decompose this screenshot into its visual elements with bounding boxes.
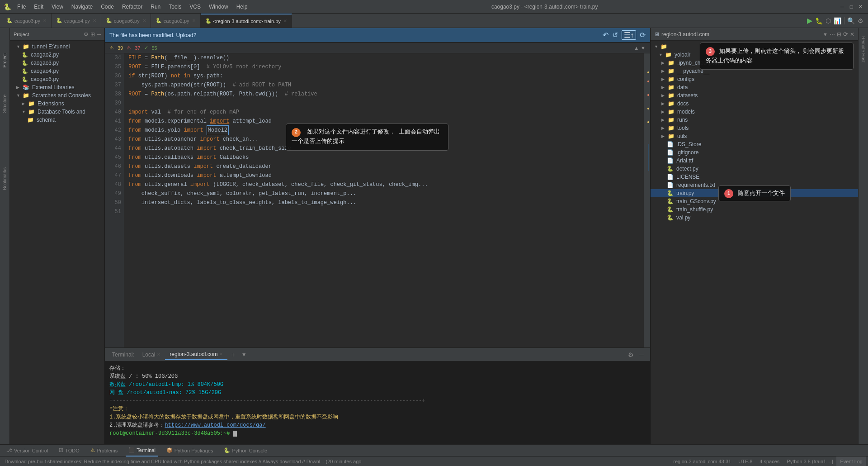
bottom-toolbar: ⎇ Version Control ☑ TODO ⚠ Problems ⬛ Te… <box>0 444 868 456</box>
tree-item-caogao3[interactable]: 🐍 caogao3.py <box>10 59 104 67</box>
structure-panel-label[interactable]: Structure <box>1 92 8 116</box>
sync-icon[interactable]: ⟳ <box>640 31 646 39</box>
rtree-runs[interactable]: ▶ 📁 runs <box>651 116 858 124</box>
terminal-more-button[interactable]: ▼ <box>239 350 250 360</box>
menu-tools[interactable]: Tools <box>165 3 185 11</box>
python-packages-button[interactable]: 📦 Python Packages <box>164 445 216 456</box>
project-gear-icon[interactable]: ⚙ <box>84 31 89 38</box>
tab-close-caogao3[interactable]: ✕ <box>43 18 47 23</box>
menu-edit[interactable]: Edit <box>30 3 47 11</box>
problems-button[interactable]: ⚠ Problems <box>88 445 120 456</box>
menu-run[interactable]: Run <box>147 3 164 11</box>
bookmarks-panel-label[interactable]: Bookmarks <box>1 165 8 193</box>
status-eventlog[interactable]: Event Log <box>836 456 866 466</box>
tab-close-caogao2[interactable]: ✕ <box>192 18 196 23</box>
tab-local-close[interactable]: ✕ <box>157 352 160 357</box>
tree-item-tunnel[interactable]: ▼ 📁 tunnel E:\tunnel <box>10 43 104 51</box>
search-icon-toolbar[interactable]: 🔍 <box>847 17 855 24</box>
status-indent[interactable]: 4 spaces <box>756 456 783 466</box>
rtree-datasets[interactable]: ▶ 📁 datasets <box>651 91 858 100</box>
upload-icon[interactable]: ☰↑ <box>622 30 636 40</box>
rtree-utils[interactable]: ▶ 📁 utils <box>651 132 858 140</box>
debug-button[interactable]: 🐛 <box>815 17 823 24</box>
terminal-button[interactable]: ⬛ Terminal <box>126 445 158 456</box>
tree-item-extensions[interactable]: ▶ 📁 Extensions <box>10 100 104 108</box>
remote-more-icon[interactable]: ⋯ <box>830 31 835 38</box>
tab-remote-terminal[interactable]: region-3.autodl.com ✕ <box>165 349 227 360</box>
rtree-ds-store[interactable]: 📄 .DS_Store <box>651 140 858 148</box>
tree-item-caogao6[interactable]: 🐍 caogao6.py <box>10 75 104 83</box>
nav-up-icon[interactable]: ▲ <box>634 45 639 51</box>
menu-view[interactable]: View <box>48 3 67 11</box>
menu-file[interactable]: File <box>14 3 29 11</box>
rtree-tools[interactable]: ▶ 📁 tools <box>651 124 858 132</box>
maximize-button[interactable]: □ <box>847 3 855 11</box>
todo-button[interactable]: ☑ TODO <box>56 445 82 456</box>
project-panel-label[interactable]: Project <box>1 51 8 70</box>
tab-caogao2[interactable]: 🐍 caogao2.py ✕ <box>151 14 201 28</box>
terminal-minimize-icon[interactable]: ─ <box>637 351 646 358</box>
rtree-train-shuffle[interactable]: 🐍 train_shuffle.py <box>651 205 858 214</box>
status-python[interactable]: Python 3.8 (train1....] <box>783 456 836 466</box>
rtree-arial[interactable]: 📄 Arial.ttf <box>651 157 858 165</box>
rtree-detect[interactable]: 🐍 detect.py <box>651 165 858 173</box>
code-lines[interactable]: FILE = Path(__file__).resolve() ROOT = F… <box>124 53 644 347</box>
tab-close-train-remote[interactable]: ✕ <box>283 19 287 24</box>
status-encoding[interactable]: UTF-8 <box>735 456 756 466</box>
rtree-configs[interactable]: ▶ 📁 configs <box>651 75 858 83</box>
minimize-button[interactable]: ─ <box>838 3 846 11</box>
label-utils: utils <box>677 133 687 139</box>
tab-train-remote[interactable]: 🐍 <region-3.autodl.com> train.py ✕ <box>201 14 292 28</box>
settings-icon-toolbar[interactable]: ⚙ <box>858 17 863 24</box>
tree-item-ext-lib[interactable]: ▶ 📚 External Libraries <box>10 83 104 91</box>
remote-dropdown-icon[interactable]: ▼ <box>823 32 828 37</box>
coverage-button[interactable]: ⬡ <box>826 17 831 24</box>
rtree-data[interactable]: ▶ 📁 data <box>651 83 858 91</box>
menu-code[interactable]: Code <box>97 3 118 11</box>
tab-remote-close[interactable]: ✕ <box>219 352 223 357</box>
add-terminal-button[interactable]: + <box>227 349 238 360</box>
python-console-button[interactable]: 🐍 Python Console <box>221 445 270 456</box>
tree-item-dbtools[interactable]: ▼ 📁 Database Tools and <box>10 108 104 116</box>
tree-item-schema[interactable]: 📁 schema <box>10 116 104 124</box>
menu-help[interactable]: Help <box>233 3 251 11</box>
tree-item-scratches[interactable]: ▼ 📁 Scratches and Consoles <box>10 91 104 100</box>
tab-caogao4[interactable]: 🐍 caogao4.py ✕ <box>52 14 101 28</box>
nav-down-icon[interactable]: ▼ <box>641 45 646 51</box>
tab-close-caogao4[interactable]: ✕ <box>93 18 96 23</box>
remote-host-label[interactable]: Remote Host <box>860 33 867 66</box>
tree-item-caogao2[interactable]: 🐍 caogao2.py <box>10 51 104 59</box>
rtree-license[interactable]: 📄 LICENSE <box>651 173 858 181</box>
undo-icon[interactable]: ↶ <box>603 31 609 39</box>
tab-caogao6[interactable]: 🐍 caogao6.py ✕ <box>101 14 151 28</box>
rtree-train[interactable]: 🐍 train.py 1 随意点开一个文件 <box>651 189 858 197</box>
tab-caogao3[interactable]: 🐍 caogao3.py ✕ <box>2 14 52 28</box>
revert-icon[interactable]: ↺ <box>612 31 618 39</box>
terminal-settings-icon[interactable]: ⚙ <box>625 351 637 358</box>
remote-close-icon[interactable]: ✕ <box>850 31 854 38</box>
rtree-docs[interactable]: ▶ 📁 docs <box>651 100 858 108</box>
close-button[interactable]: ✕ <box>856 3 864 11</box>
terminal-body[interactable]: 存储： 系统盘 / : 50% 10G/20G 数据盘 /root/autodl… <box>105 361 650 456</box>
status-region[interactable]: region-3.autodl.com 43:31 <box>670 456 735 466</box>
profile-button[interactable]: 📊 <box>834 17 841 24</box>
code-editor[interactable]: 3435363738 3940414243 4445464748 495051 … <box>105 53 650 347</box>
menu-window[interactable]: Window <box>205 3 232 11</box>
tab-close-caogao6[interactable]: ✕ <box>142 18 146 23</box>
remote-split-icon[interactable]: ⊟ <box>837 31 841 38</box>
menu-vcs[interactable]: VCS <box>186 3 204 11</box>
tab-local[interactable]: Local ✕ <box>138 350 165 360</box>
project-expand-icon[interactable]: ⊞ <box>90 31 95 38</box>
rtree-gitignore[interactable]: 📄 .gitignore <box>651 148 858 157</box>
version-control-button[interactable]: ⎇ Version Control <box>4 445 51 456</box>
tree-item-caogao4[interactable]: 🐍 caogao4.py <box>10 67 104 75</box>
rtree-models[interactable]: ▶ 📁 models <box>651 108 858 116</box>
run-button[interactable]: ▶ <box>807 16 812 25</box>
project-collapse-icon[interactable]: ─ <box>97 31 101 38</box>
menu-navigate[interactable]: Navigate <box>68 3 96 11</box>
term-link[interactable]: https://www.autodl.com/docs/qa/ <box>165 422 265 428</box>
rtree-val[interactable]: 🐍 val.py <box>651 214 858 222</box>
menu-refactor[interactable]: Refactor <box>118 3 146 11</box>
remote-refresh-icon[interactable]: ⟳ <box>843 31 848 38</box>
tab-remote-label: region-3.autodl.com <box>170 351 217 357</box>
